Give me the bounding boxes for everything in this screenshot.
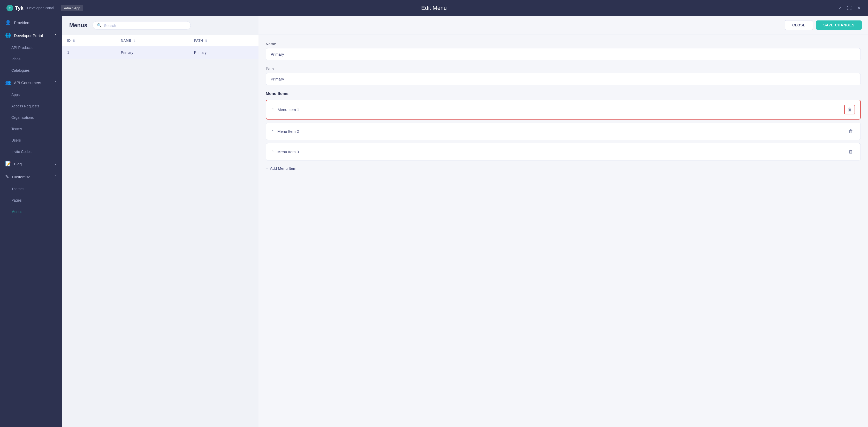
top-bar: T Tyk Developer Portal Admin App Edit Me… xyxy=(0,0,868,16)
search-box: 🔍 xyxy=(93,21,191,29)
delete-menu-item-button[interactable]: 🗑 xyxy=(846,127,855,135)
menu-item-label: Menu Item 3 xyxy=(277,149,299,154)
menu-item-card[interactable]: ⌃ Menu Item 2 🗑 xyxy=(266,123,861,140)
edit-panel-header: CLOSE SAVE CHANGES xyxy=(258,16,868,34)
path-input[interactable] xyxy=(266,73,861,85)
menus-header: Menus 🔍 xyxy=(62,16,258,35)
expand-icon[interactable]: ⛶ xyxy=(846,4,853,12)
menu-items-label: Menu Items xyxy=(266,91,861,96)
menus-panel: Menus 🔍 ID ⇅ NAME xyxy=(62,16,258,427)
menu-item-card[interactable]: ⌃ Menu Item 3 🗑 xyxy=(266,143,861,161)
sidebar-item-access-requests[interactable]: Access Requests xyxy=(0,101,62,112)
chevron-down-icon: ⌃ xyxy=(54,34,57,37)
api-products-label: API Products xyxy=(11,46,33,50)
search-input[interactable] xyxy=(104,23,186,28)
name-input[interactable] xyxy=(266,48,861,60)
chevron-up-icon: ⌃ xyxy=(271,130,274,134)
path-label: Path xyxy=(266,66,861,71)
sidebar: 👤 Providers 🌐 Developer Portal ⌃ API Pro… xyxy=(0,16,62,427)
sidebar-item-customise[interactable]: ✎ Customise ⌃ xyxy=(0,170,62,183)
cell-id: 1 xyxy=(62,46,116,59)
customise-icon: ✎ xyxy=(5,174,9,179)
admin-app-badge: Admin App xyxy=(61,5,83,11)
sidebar-item-plans[interactable]: Plans xyxy=(0,53,62,65)
sidebar-item-apps[interactable]: Apps xyxy=(0,89,62,101)
invite-codes-label: Invite Codes xyxy=(11,149,32,154)
tyk-text: Tyk xyxy=(15,5,24,11)
col-id[interactable]: ID ⇅ xyxy=(62,35,116,46)
sidebar-item-organisations[interactable]: Organisations xyxy=(0,112,62,123)
menu-item-left: ⌃ Menu Item 1 xyxy=(271,107,299,112)
col-name[interactable]: NAME ⇅ xyxy=(116,35,189,46)
table-row[interactable]: 1 Primary Primary xyxy=(62,46,258,59)
tyk-logo-icon: T xyxy=(6,4,13,12)
providers-icon: 👤 xyxy=(5,20,11,25)
sidebar-item-catalogues[interactable]: Catalogues xyxy=(0,65,62,76)
menu-item-label: Menu Item 2 xyxy=(277,129,299,134)
menus-table: ID ⇅ NAME ⇅ PATH ⇅ xyxy=(62,35,258,59)
users-label: Users xyxy=(11,138,21,142)
sort-icon-path: ⇅ xyxy=(205,39,207,42)
col-path[interactable]: PATH ⇅ xyxy=(189,35,258,46)
sidebar-item-themes[interactable]: Themes xyxy=(0,183,62,195)
edit-panel: CLOSE SAVE CHANGES Name Path Menu Items … xyxy=(258,16,868,427)
sidebar-item-invite-codes[interactable]: Invite Codes xyxy=(0,146,62,158)
sidebar-item-menus[interactable]: Menus xyxy=(0,206,62,218)
pages-label: Pages xyxy=(11,198,22,202)
cell-path: Primary xyxy=(189,46,258,59)
menu-item-label: Menu Item 1 xyxy=(278,107,299,112)
menu-item-card[interactable]: ⌃ Menu Item 1 🗑 xyxy=(266,99,861,119)
menu-item-left: ⌃ Menu Item 3 xyxy=(271,149,299,154)
sidebar-item-api-consumers[interactable]: 👥 API Consumers ⌃ xyxy=(0,76,62,89)
teams-label: Teams xyxy=(11,127,22,131)
access-requests-label: Access Requests xyxy=(11,104,39,108)
content-area: Menus 🔍 ID ⇅ NAME xyxy=(62,16,868,427)
catalogues-label: Catalogues xyxy=(11,68,30,73)
chevron-up-icon: ⌄ xyxy=(54,162,57,166)
chevron-up-icon: ⌃ xyxy=(271,150,274,154)
sidebar-item-pages[interactable]: Pages xyxy=(0,195,62,206)
close-window-icon[interactable]: ✕ xyxy=(856,4,862,12)
portal-label: Developer Portal xyxy=(27,6,54,10)
api-consumers-label: API Consumers xyxy=(14,81,41,85)
blog-icon: 📝 xyxy=(5,161,11,167)
edit-panel-body: Name Path Menu Items ⌃ Menu Item 1 🗑 ⌃ M… xyxy=(258,34,868,180)
sidebar-item-providers[interactable]: 👤 Providers xyxy=(0,16,62,29)
menu-item-left: ⌃ Menu Item 2 xyxy=(271,129,299,134)
add-menu-item-button[interactable]: + Add Menu Item xyxy=(266,164,296,173)
sidebar-item-developer-portal[interactable]: 🌐 Developer Portal ⌃ xyxy=(0,29,62,42)
add-icon: + xyxy=(266,166,269,171)
top-bar-actions: ↗ ⛶ ✕ xyxy=(837,4,862,12)
menu-items-list: ⌃ Menu Item 1 🗑 ⌃ Menu Item 2 🗑 ⌃ Menu I… xyxy=(266,99,861,161)
chevron-up-icon: ⌃ xyxy=(271,108,275,112)
table-header-row: ID ⇅ NAME ⇅ PATH ⇅ xyxy=(62,35,258,46)
customise-label: Customise xyxy=(12,175,31,179)
blog-label: Blog xyxy=(14,162,22,166)
cell-name: Primary xyxy=(116,46,189,59)
external-link-icon[interactable]: ↗ xyxy=(837,4,843,12)
sidebar-item-teams[interactable]: Teams xyxy=(0,123,62,135)
sort-icon-name: ⇅ xyxy=(133,39,135,42)
providers-label: Providers xyxy=(14,21,30,25)
sidebar-item-blog[interactable]: 📝 Blog ⌄ xyxy=(0,158,62,170)
delete-menu-item-button[interactable]: 🗑 xyxy=(846,148,855,155)
sidebar-item-users[interactable]: Users xyxy=(0,135,62,146)
delete-menu-item-button[interactable]: 🗑 xyxy=(844,105,855,114)
main-layout: 👤 Providers 🌐 Developer Portal ⌃ API Pro… xyxy=(0,16,868,427)
save-changes-button[interactable]: SAVE CHANGES xyxy=(816,21,862,30)
menu-items-section: Menu Items ⌃ Menu Item 1 🗑 ⌃ Menu Item 2… xyxy=(266,91,861,173)
developer-portal-icon: 🌐 xyxy=(5,33,11,38)
apps-label: Apps xyxy=(11,93,20,97)
themes-label: Themes xyxy=(11,187,25,191)
brand: T Tyk Developer Portal Admin App xyxy=(6,4,83,12)
tyk-logo: T Tyk xyxy=(6,4,24,12)
plans-label: Plans xyxy=(11,57,21,61)
table-container: ID ⇅ NAME ⇅ PATH ⇅ xyxy=(62,35,258,59)
chevron-down-icon-2: ⌃ xyxy=(54,81,57,84)
svg-text:T: T xyxy=(9,6,11,10)
chevron-down-icon-3: ⌃ xyxy=(54,175,57,178)
close-button[interactable]: CLOSE xyxy=(785,20,813,30)
add-menu-item-label: Add Menu Item xyxy=(270,166,297,171)
name-field-group: Name xyxy=(266,42,861,60)
sidebar-item-api-products[interactable]: API Products xyxy=(0,42,62,53)
